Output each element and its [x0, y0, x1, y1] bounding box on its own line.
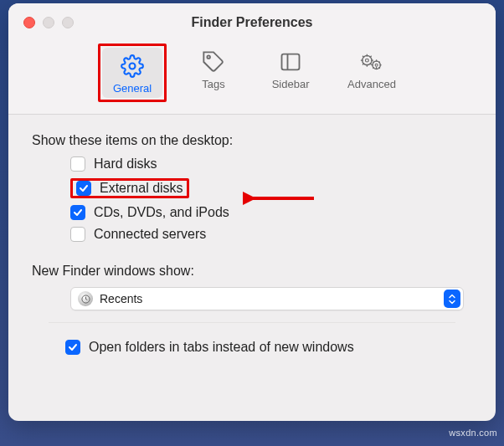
checkbox-cds[interactable]	[70, 205, 85, 220]
svg-point-4	[365, 59, 368, 62]
traffic-lights	[23, 17, 74, 28]
annotation-highlight-external-disks: External disks	[70, 178, 189, 198]
check-label: Hard disks	[94, 156, 157, 172]
tab-general[interactable]: General	[102, 48, 162, 98]
svg-rect-1	[282, 54, 300, 70]
tag-icon	[200, 49, 227, 75]
preferences-window: Finder Preferences General Tags Sidebar	[8, 3, 496, 421]
dropdown-row: Recents	[32, 287, 472, 310]
window-title: Finder Preferences	[8, 15, 496, 30]
tab-label: Advanced	[347, 78, 396, 90]
toolbar: General Tags Sidebar	[8, 42, 496, 115]
section-label-new-windows: New Finder windows show:	[32, 264, 472, 279]
maximize-button[interactable]	[62, 17, 74, 28]
check-row-connected-servers: Connected servers	[70, 227, 472, 242]
tab-sidebar[interactable]: Sidebar	[260, 44, 321, 102]
check-label: CDs, DVDs, and iPods	[94, 205, 229, 220]
check-label: External disks	[100, 181, 183, 196]
svg-point-0	[207, 55, 210, 59]
tab-label: Sidebar	[272, 78, 310, 90]
checkbox-external-disks[interactable]	[76, 181, 91, 196]
content: Show these items on the desktop: Hard di…	[8, 115, 496, 370]
checkbox-hard-disks[interactable]	[70, 156, 85, 172]
watermark: wsxdn.com	[449, 428, 497, 438]
new-window-dropdown[interactable]: Recents	[70, 287, 464, 310]
gears-icon	[358, 49, 385, 75]
check-label: Connected servers	[94, 227, 206, 242]
clock-icon	[78, 291, 93, 306]
close-button[interactable]	[23, 17, 35, 28]
divider	[49, 322, 455, 323]
minimize-button[interactable]	[43, 17, 54, 28]
tab-advanced[interactable]: Advanced	[337, 44, 406, 102]
titlebar: Finder Preferences	[8, 3, 496, 42]
dropdown-value: Recents	[100, 292, 142, 305]
annotation-arrow-icon	[243, 189, 318, 208]
check-row-hard-disks: Hard disks	[70, 156, 472, 172]
svg-point-6	[375, 64, 378, 66]
tab-label: Tags	[202, 78, 224, 90]
tab-tags[interactable]: Tags	[183, 44, 244, 102]
gear-icon	[119, 53, 146, 79]
dropdown-content: Recents	[78, 291, 142, 306]
checkbox-open-in-tabs[interactable]	[65, 340, 80, 355]
sidebar-icon	[277, 49, 304, 75]
tab-label: General	[113, 82, 152, 95]
chevron-updown-icon	[444, 290, 460, 308]
checkbox-connected-servers[interactable]	[70, 227, 85, 242]
check-row-open-in-tabs: Open folders in tabs instead of new wind…	[32, 340, 472, 355]
section-label-desktop-items: Show these items on the desktop:	[32, 133, 472, 148]
annotation-highlight-general: General	[98, 44, 167, 102]
check-label: Open folders in tabs instead of new wind…	[89, 340, 354, 355]
